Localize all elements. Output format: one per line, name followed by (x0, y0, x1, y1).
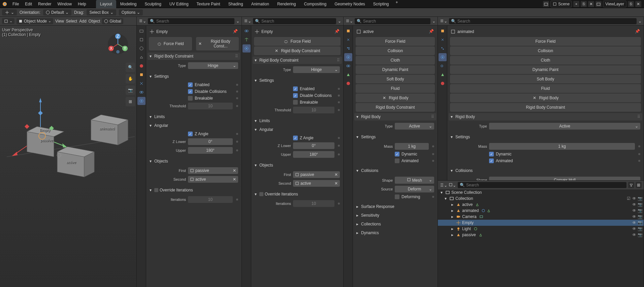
override-section-header[interactable]: ▾Override Iterations (148, 186, 240, 194)
object-name[interactable]: Empty (261, 29, 273, 34)
clear-icon[interactable]: ✕ (334, 172, 338, 177)
menu-file[interactable]: File (9, 0, 22, 8)
workspace-tab[interactable]: Modeling (116, 0, 141, 8)
cloth-button[interactable]: Cloth (356, 56, 435, 65)
new-collection-icon[interactable]: ⊞ (636, 182, 642, 188)
animated-checkbox[interactable] (395, 158, 399, 163)
mode-dropdown[interactable]: Object Mode ⌄ (17, 18, 53, 24)
menu-window[interactable]: Window (54, 0, 75, 8)
visibility-toggle[interactable]: 👁 (632, 196, 637, 201)
animate-dot[interactable] (638, 145, 640, 147)
chevron-down-icon[interactable]: ▾ (441, 190, 444, 195)
enabled-checkbox[interactable] (188, 82, 193, 87)
panel-dropdown[interactable]: ⌄ (638, 19, 642, 24)
tab-particles[interactable] (439, 44, 447, 52)
shape-dropdown[interactable]: Mesh (395, 177, 434, 184)
workspace-tab[interactable]: Layout (96, 0, 116, 8)
tab-data[interactable] (344, 71, 352, 79)
rigid-body-constraint-button[interactable]: Rigid Body Constraint (356, 103, 435, 112)
object-row-passive[interactable]: ▸ passive 👁📷 (438, 232, 644, 238)
enabled-checkbox[interactable] (293, 86, 298, 91)
dynamics-header[interactable]: ▸Dynamics (354, 229, 436, 237)
settings-section-header[interactable]: ▾Settings (449, 133, 642, 141)
upper-field[interactable]: 180° (293, 151, 334, 158)
type-dropdown[interactable]: Hinge (293, 66, 340, 73)
filter-icon[interactable] (628, 182, 634, 188)
tab-render[interactable] (137, 27, 146, 35)
tab-constraints[interactable] (243, 27, 251, 35)
drag-handle-icon[interactable]: ⠿ (235, 54, 238, 59)
fluid-button[interactable]: Fluid (450, 84, 641, 93)
animate-dot[interactable] (236, 91, 238, 93)
pin-icon[interactable]: 📌 (334, 29, 340, 34)
editor-type-dropdown[interactable]: ⌄ (244, 19, 251, 24)
first-object-field[interactable]: passive✕ (188, 167, 238, 174)
chevron-right-icon[interactable]: ▸ (451, 208, 455, 213)
orientation-dropdown[interactable]: Default ⌄ (43, 9, 71, 15)
viewlayer-field[interactable]: ViewLayer (603, 1, 626, 7)
object-name[interactable]: active (363, 29, 374, 34)
workspace-tab[interactable]: Compositing (300, 0, 330, 8)
object-name[interactable]: Empty (156, 29, 168, 34)
animate-dot[interactable] (236, 105, 238, 107)
workspace-tab[interactable]: Geometry Nodes (330, 0, 369, 8)
zoom-icon[interactable]: 🔍 (126, 63, 135, 72)
viewport-menu-view[interactable]: View (55, 19, 64, 24)
animate-dot[interactable] (338, 145, 340, 147)
collision-button[interactable]: Collision (450, 46, 641, 55)
chevron-down-icon[interactable]: ▾ (445, 196, 448, 201)
limits-section-header[interactable]: ▾Limits (253, 117, 342, 124)
zangle-checkbox[interactable] (188, 132, 193, 136)
tab-object[interactable] (137, 71, 146, 79)
disable-collisions-checkbox[interactable] (293, 93, 298, 98)
soft-body-button[interactable]: Soft Body (356, 75, 435, 83)
menu-edit[interactable]: Edit (22, 0, 35, 8)
new-scene-icon[interactable]: ⎘ (581, 1, 587, 7)
visibility-toggle[interactable]: 👁 (632, 226, 637, 231)
disable-collisions-checkbox[interactable] (188, 89, 193, 94)
viewlayer-browse-icon[interactable] (595, 1, 602, 7)
tool-icon-dropdown[interactable]: ⌄ (2, 9, 17, 15)
zlower-field[interactable]: 0° (293, 142, 334, 149)
search-input[interactable]: 🔍 (354, 18, 431, 25)
tab-scene[interactable] (137, 53, 146, 61)
close-icon[interactable]: ✕ (198, 41, 202, 46)
search-input[interactable]: 🔍 (253, 18, 336, 25)
objects-section-header[interactable]: ▾Objects (253, 162, 342, 169)
tab-physics[interactable] (439, 53, 447, 61)
object-row-light[interactable]: ▸ Light 👁📷 (438, 226, 644, 232)
angular-section-header[interactable]: ▾Angular (148, 122, 240, 129)
render-toggle[interactable]: 📷 (638, 196, 642, 201)
force-field-button[interactable]: Force Field (450, 37, 641, 46)
limits-section-header[interactable]: ▾Limits (148, 113, 240, 120)
rigid-body-section-header[interactable]: ▾Rigid Body⠿ (354, 113, 436, 120)
pin-icon[interactable]: 📌 (429, 29, 434, 34)
editor-type-dropdown[interactable]: ⌄ (2, 18, 14, 24)
object-name[interactable]: animated (457, 29, 474, 34)
tab-modifiers[interactable] (344, 36, 352, 44)
dynamic-checkbox[interactable] (395, 152, 399, 156)
drag-handle-icon[interactable]: ⠿ (431, 114, 434, 119)
blender-logo[interactable] (1, 1, 8, 7)
objects-section-header[interactable]: ▾Objects (148, 157, 240, 165)
pin-icon[interactable]: 📌 (635, 29, 640, 34)
pin-scene-icon[interactable]: ⚬ (573, 1, 579, 7)
animate-dot[interactable] (338, 153, 340, 155)
workspace-tab[interactable]: UV Editing (165, 0, 193, 8)
menu-help[interactable]: Help (75, 0, 89, 8)
source-dropdown[interactable]: Deform (395, 186, 434, 192)
new-viewlayer-icon[interactable]: ⎘ (628, 1, 634, 7)
workspace-tab[interactable]: Shading (224, 0, 247, 8)
zlower-field[interactable]: 0° (188, 138, 233, 145)
collision-button[interactable]: Collision (356, 46, 435, 55)
object-row-empty[interactable]: Empty 👁📷 (438, 220, 644, 226)
threshold-field[interactable]: 10 (293, 107, 334, 113)
scene-name-field[interactable]: Scene (550, 1, 572, 7)
tab-output[interactable] (137, 36, 146, 44)
upper-field[interactable]: 180° (188, 147, 233, 154)
add-workspace-button[interactable]: + (393, 0, 401, 8)
dynamic-paint-button[interactable]: Dynamic Paint (450, 65, 641, 74)
tab-material[interactable] (344, 79, 352, 87)
editor-type-dropdown[interactable]: ⌄ (440, 19, 447, 24)
tab-object[interactable] (439, 27, 447, 35)
